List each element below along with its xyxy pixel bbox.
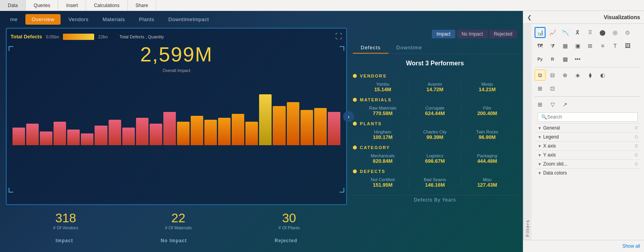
collapse-legend[interactable]: ▼ Legend O xyxy=(535,132,641,141)
collapse-general[interactable]: ▼ General O xyxy=(535,123,641,132)
performer-name-3-1: Logistics xyxy=(411,153,459,158)
performer-divider xyxy=(409,153,409,164)
nav-tab-downtime-impact[interactable]: DowntimeImpact xyxy=(162,14,215,25)
viz-search-box[interactable]: 🔍 xyxy=(538,112,638,122)
nav-tab-vendors[interactable]: Vendors xyxy=(62,14,95,25)
filter-btn-impact[interactable]: Impact xyxy=(432,30,455,38)
collapse-xaxis-label: X axis xyxy=(543,143,556,149)
icon-row-2: 🗺 ⧩ ▦ ▣ ⊞ ≡ T 🖼 xyxy=(535,40,641,51)
viz-icon-qr[interactable]: ▩ xyxy=(560,54,571,65)
performer-section-title-1: MATERIALS xyxy=(353,97,517,102)
viz-icon-filter-pane[interactable]: ▽ xyxy=(547,99,558,110)
viz-icon-image[interactable]: 🖼 xyxy=(622,40,633,51)
viz-collapse-left[interactable]: ❮ xyxy=(527,14,532,20)
viz-icon-bar-chart[interactable]: 📊 xyxy=(535,27,546,38)
search-input[interactable] xyxy=(547,114,634,120)
viz-icon-custom-1[interactable]: ⧉ xyxy=(535,70,546,81)
performer-section-title-3: CATEGORY xyxy=(353,145,517,150)
menu-item-insert[interactable]: Insert xyxy=(58,0,86,11)
viz-icon-gauge[interactable]: ⊙ xyxy=(622,27,633,38)
bar-item xyxy=(122,128,135,145)
performer-name-0-0: Yombu xyxy=(359,82,407,86)
bar-item xyxy=(218,118,231,145)
viz-icon-custom-6[interactable]: ◐ xyxy=(597,70,608,81)
viz-icon-area-chart[interactable]: 📉 xyxy=(560,27,571,38)
viz-icon-custom-2[interactable]: ⊟ xyxy=(547,70,558,81)
nav-tab-materials[interactable]: Materials xyxy=(96,14,131,25)
collapse-data-colors[interactable]: ▼ Data colors xyxy=(535,168,641,177)
bar-item xyxy=(67,130,80,145)
main-area: me Overview Vendors Materials Plants Dow… xyxy=(0,11,644,252)
collapse-legend-label: Legend xyxy=(543,134,559,140)
top-menu-bar: Data Queries Insert Calculations Share xyxy=(0,0,644,11)
performer-name-4-0: Not Certified xyxy=(359,177,407,182)
performer-value-4-2: 127.43M xyxy=(463,182,511,188)
viz-icon-custom-5[interactable]: ⧫ xyxy=(585,70,596,81)
icon-row-3: Py R ▩ ••• xyxy=(535,54,641,65)
show-all-button[interactable]: Show all xyxy=(523,240,644,252)
menu-item-share[interactable]: Share xyxy=(128,0,156,11)
viz-icon-donut[interactable]: ◎ xyxy=(610,27,621,38)
performer-item-4-1: Bad Seams146.16M xyxy=(411,177,459,188)
viz-icon-custom-3[interactable]: ⊕ xyxy=(560,70,571,81)
chart-next-arrow[interactable]: › xyxy=(343,111,354,122)
main-chart-box: Total Defects 0.05bn 22bn Total Defects … xyxy=(6,28,347,205)
nav-tab-me[interactable]: me xyxy=(4,14,24,25)
viz-icon-matrix[interactable]: ⊞ xyxy=(585,40,596,51)
viz-icon-analytics[interactable]: ↗ xyxy=(560,99,571,110)
nav-tab-plants[interactable]: Plants xyxy=(133,14,161,25)
stat-materials-number: 22 xyxy=(165,211,191,225)
performer-section-title-2: PLANTS xyxy=(353,121,517,126)
filter-btn-no-impact[interactable]: No Impact xyxy=(457,30,488,38)
viz-icon-slicer[interactable]: ≡ xyxy=(597,40,608,51)
icon-row-1: 📊 📈 📉 🎗 ⠿ ⬤ ◎ ⊙ xyxy=(535,27,641,38)
collapse-zoom-slider[interactable]: ▼ Zoom slid... O xyxy=(535,159,641,168)
chart-expand-icon[interactable]: ⛶ xyxy=(335,32,342,41)
viz-icon-funnel[interactable]: ⧩ xyxy=(547,40,558,51)
stat-materials: 22 # Of Materials xyxy=(165,211,191,230)
chart-range-min: 0.05bn xyxy=(46,34,59,39)
bar-item xyxy=(232,114,244,145)
viz-icon-map[interactable]: 🗺 xyxy=(535,40,546,51)
menu-item-data[interactable]: Data xyxy=(0,0,26,11)
viz-icon-more[interactable]: ••• xyxy=(572,54,583,65)
sub-tab-defects[interactable]: Defects xyxy=(353,42,388,54)
bar-item xyxy=(40,131,52,145)
viz-icon-custom-7[interactable]: ⊞ xyxy=(535,83,546,94)
viz-icon-card[interactable]: ▦ xyxy=(560,40,571,51)
viz-icon-ribbon[interactable]: 🎗 xyxy=(572,27,583,38)
collapse-x-axis[interactable]: ▼ X axis O xyxy=(535,141,641,150)
performer-value-1-1: 624.44M xyxy=(411,110,459,116)
nav-tab-overview[interactable]: Overview xyxy=(25,14,61,25)
chevron-down-icon-legend: ▼ xyxy=(538,135,542,139)
viz-icon-scatter[interactable]: ⠿ xyxy=(585,27,596,38)
viz-icon-custom-4[interactable]: ◈ xyxy=(572,70,583,81)
bottom-label-no-impact: No Impact xyxy=(161,238,187,243)
performer-value-0-1: 14.72M xyxy=(411,86,459,92)
performer-name-2-1: Charles City xyxy=(411,130,459,134)
viz-icon-pie[interactable]: ⬤ xyxy=(597,27,608,38)
sub-tab-downtime[interactable]: Downtime xyxy=(388,42,430,54)
bottom-labels: Impact No Impact Rejected xyxy=(6,236,347,245)
chart-corner-tl xyxy=(9,46,13,51)
menu-item-queries[interactable]: Queries xyxy=(26,0,58,11)
zoom-toggle: O xyxy=(635,162,638,166)
collapse-y-axis[interactable]: ▼ Y axis O xyxy=(535,150,641,159)
menu-item-calculations[interactable]: Calculations xyxy=(86,0,127,11)
viz-icon-table[interactable]: ⊞ xyxy=(535,99,546,110)
performer-value-2-0: 100.17M xyxy=(359,134,407,140)
performer-name-1-0: Raw Materials xyxy=(359,106,407,110)
performer-name-1-2: Film xyxy=(463,106,511,110)
legend-toggle: O xyxy=(635,135,638,139)
viz-icon-line-chart[interactable]: 📈 xyxy=(547,27,558,38)
viz-icon-kpi[interactable]: ▣ xyxy=(572,40,583,51)
viz-icon-r-visual[interactable]: R xyxy=(547,54,558,65)
viz-icon-custom-8[interactable]: ⊡ xyxy=(547,83,558,94)
viz-icon-python[interactable]: Py xyxy=(535,54,546,65)
bar-item xyxy=(163,112,176,145)
bar-item xyxy=(301,110,313,145)
filter-btn-rejected[interactable]: Rejected xyxy=(489,30,517,38)
viz-icon-textbox[interactable]: T xyxy=(610,40,621,51)
performer-item-2-2: Twin Rocks96.90M xyxy=(463,130,511,140)
chevron-down-icon-general: ▼ xyxy=(538,126,542,130)
